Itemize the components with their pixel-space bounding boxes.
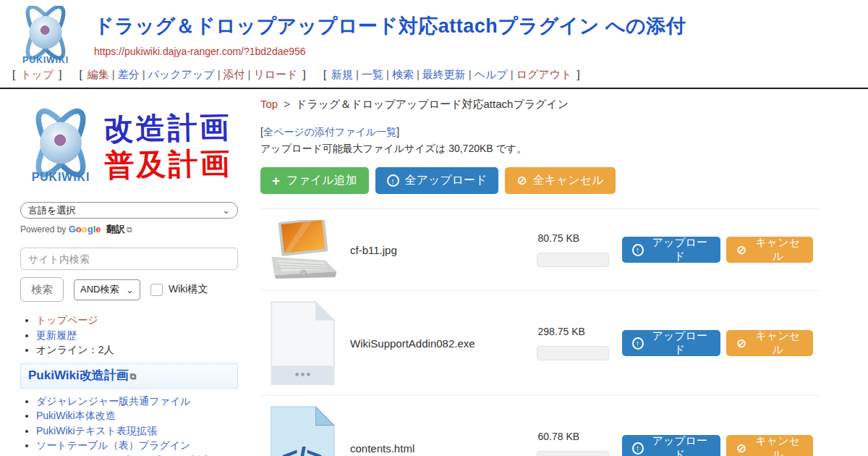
external-link-icon: ⧉: [130, 371, 137, 381]
max-upload-size-text: アップロード可能最大ファイルサイズは 30,720KB です。: [260, 143, 868, 156]
breadcrumb-home[interactable]: Top: [260, 98, 278, 110]
breadcrumb-current: ドラッグ＆ドロップアップロード対応attachプラグイン: [296, 98, 569, 110]
arrow-circle-up-icon: ↑: [632, 442, 644, 455]
list-item: オンライン：2人: [36, 343, 239, 358]
arrow-circle-up-icon: ↑: [632, 337, 644, 350]
file-size: 60.78 KB: [537, 431, 609, 442]
banner-kaizou: 改造計画: [103, 109, 231, 147]
sidebar-item-sort-table[interactable]: ソートテーブル（表）プラグイン: [36, 439, 190, 451]
nav-backup[interactable]: バックアップ: [148, 68, 215, 80]
progress-bar: [537, 253, 609, 267]
file-name: cf-b11.jpg: [350, 244, 537, 256]
html-file-icon: </>: [268, 405, 337, 456]
sidebar-plugin-links: ダジャレンジャー版共通ファイル PukiWiki本体改造 PukiWikiテキス…: [20, 394, 239, 456]
svg-text:</>: </>: [281, 441, 323, 456]
progress-bar: [537, 346, 609, 360]
nav-diff[interactable]: 差分: [118, 68, 140, 80]
nav-search[interactable]: 検索: [392, 68, 414, 80]
chevron-down-icon: ⌄: [126, 284, 134, 295]
page-url: https://pukiwiki.dajya-ranger.com/?1bd2d…: [94, 46, 686, 57]
sidebar-item-online: オンライン：2人: [36, 344, 114, 355]
upload-actions: + ファイル追加 ↑ 全アップロード ⊘ 全キャンセル: [260, 167, 868, 194]
search-button[interactable]: 検索: [20, 277, 64, 302]
upload-button[interactable]: ↑ アップロード: [622, 435, 720, 456]
nav-top[interactable]: トップ: [20, 68, 54, 80]
list-item: ソートテーブル（表）プラグイン: [36, 439, 239, 453]
search-mode-select[interactable]: AND検索 ⌄: [74, 279, 140, 300]
banner-fukyuu: 普及計画: [104, 145, 232, 183]
nav-help[interactable]: ヘルプ: [475, 68, 508, 80]
svg-text:PUKIWIKI: PUKIWIKI: [22, 55, 69, 65]
list-item: ドラッグ＆ドロップアップロード対応attachプラグイン: [36, 454, 239, 456]
sidebar-item-history[interactable]: 更新履歴: [36, 329, 77, 341]
cancel-button[interactable]: ⊘ キャンセル: [726, 435, 813, 456]
nav-recent[interactable]: 最終更新: [422, 68, 466, 80]
upload-button[interactable]: ↑ アップロード: [622, 237, 720, 263]
wiki-syntax-checkbox[interactable]: [150, 284, 163, 296]
progress-bar: [537, 451, 609, 456]
file-row: WikiSupportAddin082.exe 298.75 KB ↑ アップロ…: [260, 290, 819, 395]
translate-link[interactable]: 翻訳: [106, 224, 125, 235]
nav-edit[interactable]: 編集: [88, 68, 109, 80]
file-name: contents.html: [350, 442, 537, 455]
page-header: PUKIWIKI ドラッグ＆ドロップアップロード対応attachプラグイン への…: [0, 0, 868, 62]
sidebar-top-links: トップページ 更新履歴 オンライン：2人: [20, 313, 239, 358]
ban-icon: ⊘: [736, 441, 746, 456]
plus-icon: +: [272, 173, 280, 189]
featured-site-link[interactable]: PukiWiki改造計画: [28, 368, 129, 382]
list-item: PukiWikiテキスト表現拡張: [36, 424, 239, 439]
list-item: PukiWiki本体改造: [36, 409, 239, 423]
cancel-button[interactable]: ⊘ キャンセル: [726, 330, 813, 356]
chevron-down-icon: ⌄: [222, 205, 230, 216]
featured-site-box: PukiWiki改造計画⧉: [20, 363, 238, 389]
svg-text:PUKIWIKI: PUKIWIKI: [32, 171, 90, 183]
wiki-syntax-label: Wiki構文: [169, 283, 208, 296]
file-row: </> contents.html 60.78 KB ↑ アップロード ⊘ キャ…: [260, 395, 819, 456]
all-pages-attach-link[interactable]: 全ページの添付ファイル一覧: [263, 126, 396, 138]
site-search-input[interactable]: [20, 248, 238, 270]
list-item: 更新履歴: [36, 329, 239, 343]
file-name: WikiSupportAddin082.exe: [350, 337, 537, 350]
list-item: ダジャレンジャー版共通ファイル: [36, 394, 239, 409]
file-size: 298.75 KB: [537, 326, 609, 337]
sidebar: PUKIWIKI 改造計画 普及計画 言語を選択 ⌄ Powered by Go…: [0, 89, 250, 456]
generic-file-icon: [268, 300, 337, 386]
upload-button[interactable]: ↑ アップロード: [622, 330, 720, 356]
main-content: Top>ドラッグ＆ドロップアップロード対応attachプラグイン [全ページの添…: [250, 89, 868, 456]
file-row: cf-b11.jpg 80.75 KB ↑ アップロード ⊘ キャンセル: [260, 208, 819, 290]
language-select[interactable]: 言語を選択 ⌄: [20, 202, 238, 219]
sidebar-item-toppage[interactable]: トップページ: [36, 314, 98, 326]
nav-list[interactable]: 一覧: [362, 68, 383, 80]
toolbar-nav: [トップ] [編集|差分|バックアップ|添付|リロード] [新規|一覧|検索|最…: [0, 62, 868, 88]
sidebar-item-common-files[interactable]: ダジャレンジャー版共通ファイル: [36, 395, 191, 407]
page-title: ドラッグ＆ドロップアップロード対応attachプラグイン への添付: [94, 13, 686, 39]
pukiwiki-logo[interactable]: PUKIWIKI: [9, 6, 82, 68]
attach-file-list: [全ページの添付ファイル一覧]: [260, 126, 868, 139]
atom-logo-icon: PUKIWIKI: [9, 6, 82, 68]
arrow-circle-up-icon: ↑: [387, 174, 399, 187]
ban-icon: ⊘: [736, 336, 746, 351]
nav-attach[interactable]: 添付: [224, 68, 245, 80]
sidebar-item-core-mod[interactable]: PukiWiki本体改造: [36, 410, 116, 421]
external-link-icon: ⧉: [127, 225, 132, 234]
laptop-photo-thumbnail: [268, 220, 337, 279]
google-translate-credit: Powered by Google 翻訳⧉: [20, 223, 239, 236]
list-item: トップページ: [36, 313, 239, 328]
ban-icon: ⊘: [516, 173, 527, 188]
sidebar-item-text-ext[interactable]: PukiWikiテキスト表現拡張: [36, 425, 157, 436]
cancel-button[interactable]: ⊘ キャンセル: [726, 237, 813, 263]
sidebar-banner-link[interactable]: PUKIWIKI 改造計画 普及計画: [20, 101, 239, 192]
arrow-circle-up-icon: ↑: [632, 244, 644, 256]
breadcrumb: Top>ドラッグ＆ドロップアップロード対応attachプラグイン: [260, 98, 868, 111]
upload-all-button[interactable]: ↑ 全アップロード: [375, 167, 499, 194]
add-files-button[interactable]: + ファイル追加: [260, 167, 369, 194]
nav-logout[interactable]: ログアウト: [516, 68, 572, 80]
file-size: 80.75 KB: [537, 232, 609, 244]
upload-queue: cf-b11.jpg 80.75 KB ↑ アップロード ⊘ キャンセル: [260, 208, 819, 456]
nav-new[interactable]: 新規: [331, 68, 353, 80]
ban-icon: ⊘: [736, 242, 746, 258]
cancel-all-button[interactable]: ⊘ 全キャンセル: [505, 167, 615, 194]
nav-reload[interactable]: リロード: [253, 68, 297, 80]
atom-logo-icon: PUKIWIKI: [20, 101, 101, 192]
